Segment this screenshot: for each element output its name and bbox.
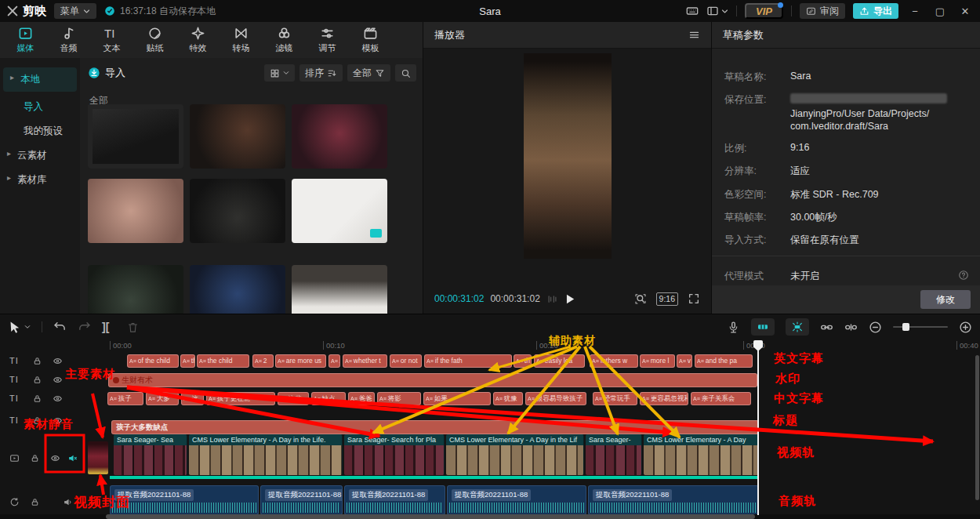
lock-icon[interactable] <box>30 453 40 463</box>
media-thumbnail[interactable] <box>88 265 183 314</box>
play-button[interactable] <box>563 292 576 306</box>
asset-tab[interactable]: 特效 <box>177 26 219 54</box>
subtitle-segment[interactable]: whether t <box>343 354 387 368</box>
eye-icon[interactable] <box>50 453 60 463</box>
subtitle-segment[interactable]: or not <box>390 354 422 368</box>
hscrollbar-thumb[interactable] <box>106 514 755 519</box>
asset-tab[interactable]: 转场 <box>220 26 262 54</box>
subtitle-segment[interactable]: 这些 <box>278 392 309 405</box>
frame-step-icon[interactable] <box>546 293 558 305</box>
asset-tab[interactable]: 调节 <box>307 26 348 54</box>
media-thumbnail[interactable] <box>292 104 387 169</box>
subtitle-segment[interactable]: 更容易忽视和 <box>640 392 688 405</box>
audio-clip[interactable]: 提取音频20221101-88 <box>447 485 586 515</box>
subtitle-segment[interactable]: 爸爸 <box>348 392 375 405</box>
player-menu-icon[interactable] <box>688 29 700 41</box>
subtitle-segment[interactable]: are more us <box>275 354 326 368</box>
subtitle-segment[interactable]: more l <box>640 354 675 368</box>
subtitle-segment[interactable]: 大多 <box>146 392 179 405</box>
subtitle-segment[interactable]: if the fath <box>424 354 512 368</box>
video-clip[interactable]: Sara Seager- Search for Pla <box>344 434 445 475</box>
minimize-button[interactable]: − <box>906 5 924 17</box>
undo-icon[interactable] <box>53 321 67 334</box>
subtitle-segment[interactable]: v <box>677 354 692 368</box>
search-button[interactable] <box>395 64 416 82</box>
loop-icon[interactable] <box>9 497 20 507</box>
lock-icon[interactable] <box>32 416 42 426</box>
subtitle-segment[interactable]: 将影 <box>377 392 421 405</box>
subtitle-segment[interactable]: 缺点 <box>311 392 346 405</box>
aspect-ratio-button[interactable]: 9:16 <box>656 292 678 306</box>
video-cover-thumbnail[interactable] <box>88 441 108 474</box>
asset-tab[interactable]: 滤镜 <box>263 26 305 54</box>
video-clip[interactable]: CMS Lower Elementary - A Day <box>644 434 759 475</box>
zoom-slider-knob[interactable] <box>902 323 909 331</box>
unlink-icon[interactable] <box>844 321 858 334</box>
redo-icon[interactable] <box>78 321 91 334</box>
media-thumbnail[interactable] <box>292 265 387 314</box>
subtitle-segment[interactable]: 如果 <box>423 392 491 405</box>
review-button[interactable]: 审阅 <box>800 3 845 19</box>
auto-ripple-toggle[interactable] <box>751 318 775 336</box>
restore-button[interactable]: ▢ <box>931 5 949 17</box>
fullscreen-icon[interactable] <box>688 292 700 305</box>
audio-clip[interactable]: 提取音频20221101-88 <box>344 485 445 515</box>
title-segment[interactable]: 孩子大多数缺点 <box>111 420 759 434</box>
zoom-out-icon[interactable] <box>869 321 882 334</box>
subtitle-segment[interactable]: 犹豫 <box>493 392 523 405</box>
preview-zoom-icon[interactable] <box>634 292 647 305</box>
vip-button[interactable]: VIP <box>745 3 783 19</box>
question-circle-icon[interactable] <box>958 270 969 281</box>
subtitle-segment[interactable]: 孩子 <box>107 392 143 405</box>
timeline-vscrollbar[interactable] <box>975 355 979 500</box>
timeline-zoom-slider[interactable] <box>893 326 948 328</box>
asset-tab[interactable]: 音频 <box>48 26 89 54</box>
layout-switcher[interactable] <box>706 5 728 17</box>
lock-icon[interactable] <box>32 394 42 404</box>
timeline-hscrollbar[interactable] <box>0 514 980 519</box>
shortcut-keyboard-icon[interactable] <box>686 5 699 17</box>
import-media-button[interactable]: 导入 <box>88 66 125 80</box>
speaker-icon[interactable] <box>63 497 73 507</box>
video-clip[interactable]: CMS Lower Elementary - A Day in the Lif <box>446 434 584 475</box>
asset-tab[interactable]: 贴纸 <box>134 26 176 54</box>
select-tool[interactable] <box>8 321 31 334</box>
subtitle-segment[interactable]: 2 <box>252 354 274 368</box>
subtitle-segment[interactable]: 很容易导致孩子 <box>525 392 586 405</box>
filter-button[interactable]: 全部 <box>347 64 390 82</box>
video-clip[interactable]: CMS Lower Elementary - A Day in the Life… <box>189 434 343 475</box>
timeline-ruler[interactable]: 00:0000:1000:2000:3000:40 <box>0 339 980 352</box>
subtitle-segment[interactable]: 经常玩手 <box>593 392 637 405</box>
audio-clip[interactable]: 提取音频20221101-88 <box>110 485 259 515</box>
subtitle-segment[interactable]: the child <box>197 354 249 368</box>
asset-tab[interactable]: 模板 <box>350 26 391 54</box>
eye-icon[interactable] <box>53 375 63 385</box>
media-thumbnail[interactable] <box>190 104 285 169</box>
media-thumbnail[interactable] <box>88 104 183 169</box>
sidebar-item[interactable]: 本地 <box>3 67 77 92</box>
eye-icon[interactable] <box>53 416 63 426</box>
delete-icon[interactable] <box>126 321 140 334</box>
media-thumbnail[interactable] <box>88 179 183 243</box>
media-thumbnail[interactable] <box>292 179 387 243</box>
zoom-in-icon[interactable] <box>959 321 972 334</box>
sidebar-item[interactable]: 素材库 <box>0 168 80 192</box>
video-clip[interactable]: Sara Seager- <box>586 434 642 475</box>
mute-speaker-icon[interactable] <box>67 453 78 463</box>
video-preview[interactable] <box>524 53 612 259</box>
asset-tab[interactable]: TI 文本 <box>91 26 132 54</box>
view-mode-button[interactable] <box>264 64 295 82</box>
subtitle-segment[interactable]: of the child <box>127 354 179 368</box>
eye-icon[interactable] <box>53 356 63 366</box>
subtitle-segment[interactable]: easily lea <box>534 354 585 368</box>
subtitle-segment[interactable]: 亲子关系会 <box>691 392 751 405</box>
audio-clip[interactable]: 提取音频20221101-88 <box>588 485 759 515</box>
eye-icon[interactable] <box>53 394 63 404</box>
auto-snap-toggle[interactable] <box>786 318 809 336</box>
subtitle-segment[interactable]: th <box>180 354 195 368</box>
menu-button[interactable]: 菜单 <box>54 3 96 19</box>
asset-tab[interactable]: 媒体 <box>5 26 46 54</box>
sort-button[interactable]: 排序 <box>299 64 343 82</box>
sidebar-item[interactable]: 我的预设 <box>0 119 80 143</box>
lock-icon[interactable] <box>32 375 42 385</box>
